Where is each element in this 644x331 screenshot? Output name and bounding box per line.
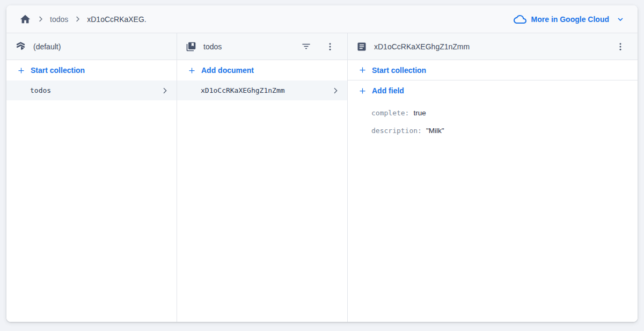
document-icon [356,41,367,52]
collection-name: todos [30,86,51,94]
breadcrumb-item-todos[interactable]: todos [50,15,68,24]
chevron-down-icon [616,15,625,24]
plus-icon [17,67,25,75]
firestore-data-card: todos xD1oCcRKaXEG. More in Google Cloud [6,5,638,322]
document-title: xD1oCcRKaXEGhgZ1nZmm [374,42,470,51]
chevron-right-icon [331,86,340,95]
field-name: complete: [371,109,409,117]
chevron-right-icon [160,86,169,95]
chevron-right-icon [36,15,45,23]
field-value: "Milk" [426,127,444,135]
document-panel-header: xD1oCcRKaXEGhgZ1nZmm [348,33,638,60]
field-list: complete: true description: "Milk" [348,101,638,139]
doc-start-collection-label: Start collection [372,66,426,75]
panel-columns: (default) Start collection todos [6,33,638,322]
more-in-google-cloud-link[interactable]: More in Google Cloud [514,13,625,26]
chevron-right-icon [74,15,82,23]
start-collection-label: Start collection [31,66,85,75]
add-document-label: Add document [201,66,254,75]
field-value: true [413,109,426,117]
database-panel-header: (default) [6,33,177,60]
doc-start-collection-button[interactable]: Start collection [348,60,638,80]
collection-row-todos[interactable]: todos [6,80,177,100]
database-panel: (default) Start collection todos [6,33,177,322]
breadcrumb: todos xD1oCcRKaXEG. More in Google Cloud [6,5,638,33]
add-document-button[interactable]: Add document [177,60,347,80]
plus-icon [358,66,367,74]
start-collection-button[interactable]: Start collection [6,60,177,80]
collection-panel-header: todos [177,33,347,60]
collection-title: todos [203,42,222,51]
document-id: xD1oCcRKaXEGhgZ1nZmm [201,86,285,94]
filter-documents-button[interactable] [297,38,314,55]
database-title: (default) [33,42,61,51]
document-row[interactable]: xD1oCcRKaXEGhgZ1nZmm [177,80,347,100]
document-menu-button[interactable] [612,38,629,55]
add-field-button[interactable]: Add field [348,80,638,101]
home-icon[interactable] [19,13,31,25]
field-name: description: [371,127,422,135]
breadcrumb-item-current-doc: xD1oCcRKaXEG. [87,15,146,24]
plus-icon [358,87,367,95]
cloud-icon [514,13,526,26]
plus-icon [188,67,196,75]
add-field-label: Add field [372,86,404,95]
field-row-description[interactable]: description: "Milk" [371,122,638,139]
collection-icon [186,41,196,52]
more-link-label: More in Google Cloud [531,15,609,24]
document-panel: xD1oCcRKaXEGhgZ1nZmm Start collection [348,33,638,322]
collection-panel: todos Add [177,33,348,322]
collection-menu-button[interactable] [321,38,339,55]
firestore-database-icon [15,41,26,52]
field-row-complete[interactable]: complete: true [371,104,638,122]
